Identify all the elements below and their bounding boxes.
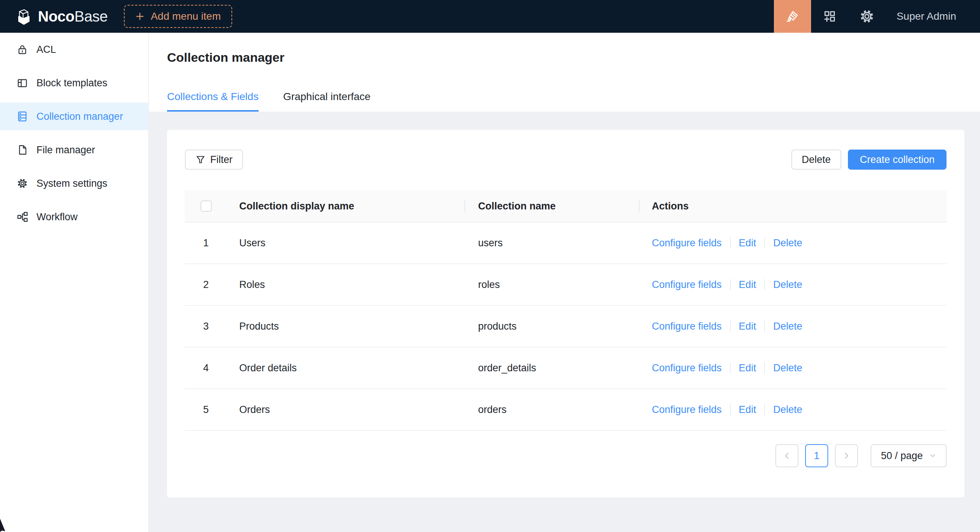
sidebar-item-label: Collection manager [37,111,123,122]
sidebar-item-file-manager[interactable]: File manager [0,136,148,164]
edit-link[interactable]: Edit [739,404,756,416]
sidebar-item-collection-manager[interactable]: Collection manager [0,103,148,130]
row-actions: Configure fields Edit Delete [640,237,947,249]
sidebar-item-label: Block templates [37,77,108,89]
lock-icon [16,43,28,56]
filter-button[interactable]: Filter [185,149,243,170]
column-header-name: Collection name [465,200,640,212]
configure-fields-link[interactable]: Configure fields [652,237,722,249]
file-icon [16,144,28,156]
page-layout: ACL Block templates Collection manager [0,33,980,532]
toolbar-right: Delete Create collection [791,149,947,170]
delete-button[interactable]: Delete [791,149,841,170]
sidebar-item-label: System settings [37,178,108,189]
configure-fields-link[interactable]: Configure fields [652,404,722,416]
chevron-left-icon [781,450,792,461]
nocobase-logo-icon [13,7,33,26]
sidebar-item-block-templates[interactable]: Block templates [0,69,148,97]
row-index: 5 [185,404,227,416]
tab-bar: Collections & Fields Graphical interface [167,91,980,111]
collection-name: products [465,321,640,332]
tab-graphical-interface[interactable]: Graphical interface [283,91,371,111]
delete-link[interactable]: Delete [773,237,802,249]
pagination: 1 50 / page [185,444,947,467]
gear-icon [859,9,874,24]
table-header-row: Collection display name Collection name … [185,191,947,222]
nocobase-logo: NocoBase [13,7,108,26]
settings-button[interactable] [848,0,886,33]
top-header: NocoBase Add menu item [0,0,980,33]
row-index: 1 [185,237,227,249]
page-1-button[interactable]: 1 [805,444,828,467]
table-row: 2 Roles roles Configure fields Edit Dele… [185,264,947,306]
column-header-display-name: Collection display name [227,200,465,212]
edit-link[interactable]: Edit [739,279,756,291]
delete-link[interactable]: Delete [773,321,802,332]
action-divider [764,362,765,373]
page-title: Collection manager [167,48,980,66]
tab-inkbar [167,110,259,111]
page-size-select[interactable]: 50 / page [870,444,947,467]
sidebar-item-label: File manager [37,145,95,156]
row-index: 4 [185,362,227,374]
mouse-cursor [0,519,6,532]
action-divider [764,404,765,415]
action-divider [730,237,731,249]
delete-link[interactable]: Delete [773,279,802,291]
database-icon [16,111,28,122]
select-all-cell [185,200,227,212]
edit-link[interactable]: Edit [739,321,756,332]
logo-text: NocoBase [38,8,108,25]
sidebar-item-system-settings[interactable]: System settings [0,170,148,197]
content-body: Filter Delete Create collection [149,111,980,532]
chevron-right-icon [841,450,852,461]
configure-fields-link[interactable]: Configure fields [652,279,722,291]
main-content: Collection manager Collections & Fields … [149,33,980,532]
collections-table: Collection display name Collection name … [185,191,947,431]
sidebar-item-acl[interactable]: ACL [0,36,148,63]
action-divider [764,279,765,290]
add-menu-item-button[interactable]: Add menu item [124,5,232,28]
partition-icon [16,211,28,223]
column-header-actions: Actions [640,200,947,212]
delete-link[interactable]: Delete [773,362,802,374]
plugins-button[interactable] [811,0,848,33]
row-actions: Configure fields Edit Delete [640,404,947,416]
create-collection-button[interactable]: Create collection [848,149,947,170]
content-header: Collection manager Collections & Fields … [149,33,980,111]
edit-link[interactable]: Edit [739,362,756,374]
table-row: 4 Order details order_details Configure … [185,348,947,389]
configure-fields-link[interactable]: Configure fields [652,362,722,374]
row-actions: Configure fields Edit Delete [640,321,947,332]
row-actions: Configure fields Edit Delete [640,362,947,374]
appstore-add-icon [822,9,837,24]
ui-editor-button[interactable] [774,0,811,33]
collection-display-name: Roles [227,279,465,291]
sidebar-item-label: Workflow [37,211,78,223]
configure-fields-link[interactable]: Configure fields [652,321,722,332]
collection-display-name: Order details [227,362,465,374]
collection-display-name: Products [227,321,465,332]
next-page-button[interactable] [835,444,858,467]
table-body: 1 Users users Configure fields Edit Dele… [185,222,947,431]
page-size-value: 50 / page [881,450,923,462]
row-actions: Configure fields Edit Delete [640,279,947,291]
sidebar-item-workflow[interactable]: Workflow [0,203,148,231]
user-menu[interactable]: Super Admin [886,10,980,22]
filter-funnel-icon [195,154,206,165]
edit-link[interactable]: Edit [739,237,756,249]
tab-collections-fields[interactable]: Collections & Fields [167,91,259,111]
action-divider [730,321,731,332]
header-actions: Super Admin [774,0,980,33]
collection-name: order_details [465,362,640,374]
action-divider [730,279,731,290]
action-divider [764,321,765,332]
sidebar: ACL Block templates Collection manager [0,33,149,532]
collection-display-name: Orders [227,404,465,416]
previous-page-button[interactable] [775,444,799,467]
action-divider [730,362,731,373]
table-row: 1 Users users Configure fields Edit Dele… [185,222,947,264]
delete-link[interactable]: Delete [773,404,802,416]
select-all-checkbox[interactable] [200,200,212,212]
highlighter-icon [785,9,800,24]
